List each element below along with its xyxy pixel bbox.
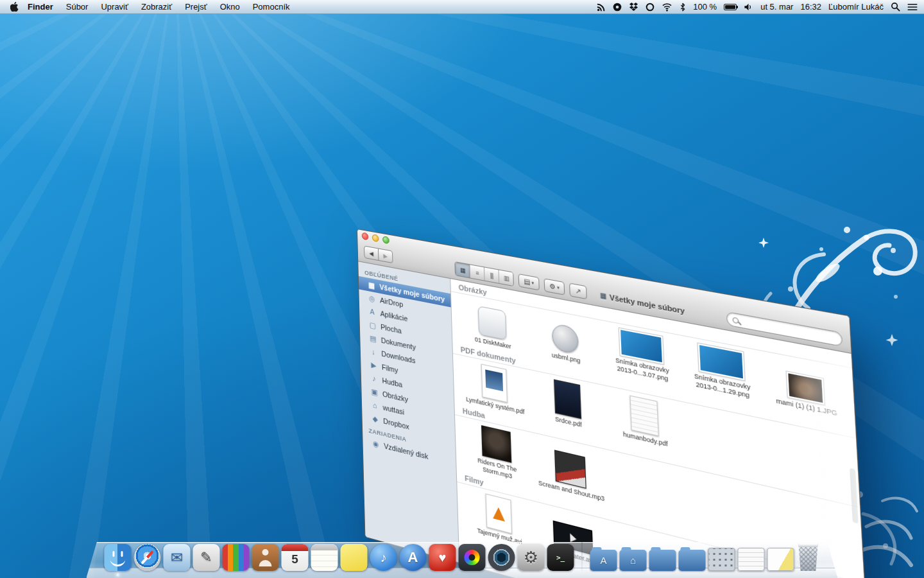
apple-menu[interactable] — [10, 2, 19, 12]
dock-stickies[interactable] — [341, 544, 368, 571]
caret-down-icon: ▾ — [531, 280, 534, 286]
airdrop-icon: ◎ — [368, 293, 377, 304]
dock-finder[interactable] — [105, 544, 132, 571]
dock-notes-stack[interactable] — [767, 548, 794, 571]
dock-terminal[interactable]: >_ — [547, 544, 574, 571]
dock-mail[interactable]: ✉ — [164, 544, 191, 571]
arrange-icon: ▤ — [524, 277, 530, 286]
dock-system-preferences[interactable]: ⚙ — [518, 544, 545, 571]
battery-percentage[interactable]: 100 % — [693, 2, 717, 12]
desktop-icon: ▢ — [368, 320, 377, 330]
dock-home-folder[interactable]: ⌂ — [620, 550, 647, 571]
dock-contacts[interactable] — [252, 544, 279, 571]
menu-bar: FinderSúborUpraviťZobraziťPrejsťOknoPomo… — [0, 0, 924, 14]
view-list-button[interactable]: ≡ — [470, 265, 484, 280]
dock-glyph: >_ — [556, 554, 565, 561]
view-coverflow-button[interactable]: ▥ — [498, 270, 513, 286]
menu-clock-time[interactable]: 16:32 — [800, 2, 821, 12]
disc-icon: ◉ — [372, 438, 381, 449]
sidebar-item-label: Hudba — [382, 376, 402, 389]
dock-downloads-folder[interactable] — [679, 550, 706, 571]
dock-notes[interactable] — [311, 544, 338, 571]
file-thumb-badge — [552, 322, 579, 355]
dock-safari[interactable] — [134, 544, 161, 571]
dock-preview[interactable]: ✎ — [193, 544, 220, 571]
dock-glyph: A — [408, 550, 418, 565]
wifi-icon[interactable] — [662, 3, 672, 12]
dock-grid-stack[interactable] — [708, 548, 735, 571]
dock-camera-app[interactable] — [488, 544, 515, 571]
menu-clock-date[interactable]: ut 5. mar — [760, 2, 793, 12]
dock-documents-folder[interactable] — [649, 550, 676, 571]
view-columns-button[interactable]: ||| — [484, 267, 499, 283]
dock-media-app[interactable] — [223, 544, 250, 571]
ring-status-icon[interactable] — [646, 3, 654, 12]
arrange-button[interactable]: ▤ ▾ — [518, 274, 540, 291]
music-icon: ♪ — [370, 374, 379, 384]
dock-icons: ✉✎5♪A♥⚙>_A⌂ — [87, 536, 838, 578]
menu-upravit[interactable]: Upraviť — [101, 2, 128, 12]
search-icon — [732, 317, 739, 324]
share-button[interactable]: ↗ — [570, 283, 587, 300]
file-thumb-album-art — [554, 450, 586, 489]
notification-center-icon[interactable] — [907, 3, 918, 11]
menu-prejst[interactable]: Prejsť — [185, 2, 207, 12]
dock-glyph: ✉ — [171, 550, 183, 565]
dock-glyph: ♥ — [439, 551, 447, 564]
apple-icon — [10, 2, 19, 12]
volume-icon[interactable] — [744, 3, 753, 12]
dock-documents-stack[interactable] — [738, 548, 765, 571]
dock-photo-booth[interactable] — [459, 544, 486, 571]
dock-separator — [582, 540, 583, 571]
dock-calendar[interactable]: 5 — [282, 544, 309, 571]
rss-icon[interactable] — [597, 3, 606, 12]
dock-applications-folder[interactable]: A — [590, 550, 617, 571]
sidebar-item-label: Plocha — [381, 322, 402, 335]
close-button[interactable] — [362, 232, 369, 240]
gear-icon: ⚙ — [549, 282, 556, 291]
file-thumb-pdf-plain — [629, 395, 658, 436]
pics-icon: ▣ — [370, 387, 379, 398]
minimize-button[interactable] — [372, 234, 379, 242]
view-icons-button[interactable]: ▦ — [455, 262, 470, 277]
downloads-icon: ↓ — [369, 347, 378, 356]
menu-pomocnik[interactable]: Pomocník — [253, 2, 290, 12]
battery-icon[interactable] — [724, 4, 737, 10]
dock-itunes[interactable]: ♪ — [370, 544, 397, 571]
allfiles-icon: ▦ — [367, 280, 376, 290]
forward-button[interactable]: ▶ — [378, 248, 393, 263]
zoom-button[interactable] — [382, 236, 389, 244]
bluetooth-icon[interactable] — [680, 3, 686, 12]
disc-status-icon[interactable] — [613, 3, 622, 12]
file-thumb-album-dark — [481, 425, 511, 463]
desktop[interactable]: FinderSúborUpraviťZobraziťPrejsťOknoPomo… — [0, 0, 924, 578]
spotlight-icon[interactable] — [891, 2, 900, 12]
action-button[interactable]: ⚙ ▾ — [543, 278, 565, 295]
share-icon: ↗ — [575, 286, 581, 295]
file-thumb-app — [478, 306, 507, 340]
menu-zobrazit[interactable]: Zobraziť — [141, 2, 172, 12]
back-button[interactable]: ◀ — [364, 245, 379, 261]
calendar-day: 5 — [282, 552, 309, 566]
all-files-proxy-icon: ▦ — [600, 291, 607, 300]
dock-app-store[interactable]: A — [400, 544, 427, 571]
dock-glyph: A — [600, 556, 606, 565]
file-thumb-pdf-figure — [481, 363, 508, 402]
sidebar-item-label: Filmy — [382, 363, 398, 374]
home-icon: ⌂ — [370, 400, 379, 410]
dock-red-app[interactable]: ♥ — [429, 544, 456, 571]
dropbox-icon[interactable] — [629, 3, 638, 12]
menu-items: FinderSúborUpraviťZobraziťPrejsťOknoPomo… — [24, 2, 296, 12]
running-indicator — [117, 574, 119, 576]
dock-trash[interactable] — [797, 544, 820, 571]
menu-finder[interactable]: Finder — [28, 2, 53, 12]
menu-subor[interactable]: Súbor — [66, 2, 89, 12]
dock-glyph: ⌂ — [630, 556, 636, 565]
dock-glyph: ⚙ — [524, 549, 538, 566]
menu-okno[interactable]: Okno — [220, 2, 240, 12]
caret-down-icon: ▾ — [557, 285, 560, 290]
file-thumb-photo-dark — [787, 371, 825, 405]
user-menu[interactable]: Ľubomír Lukáč — [828, 2, 884, 12]
file-thumb-pdf-dark — [554, 379, 581, 419]
docs-icon: ▤ — [368, 333, 377, 344]
